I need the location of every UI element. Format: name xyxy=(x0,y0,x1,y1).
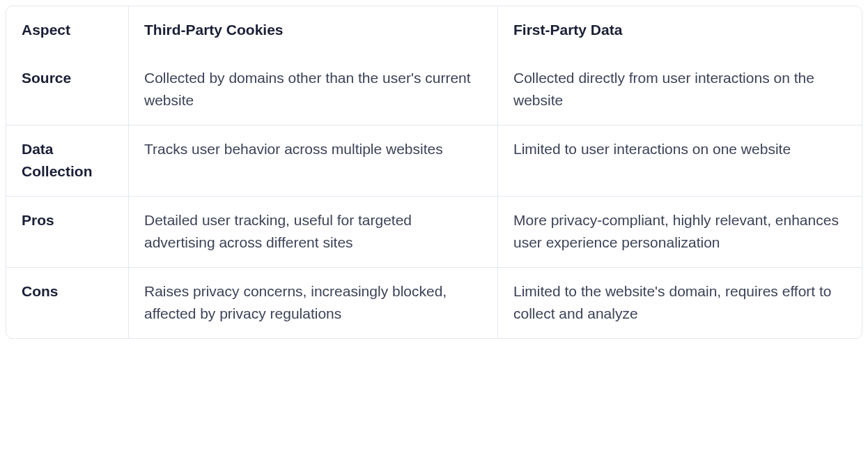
cell-third-party: Raises privacy concerns, increasingly bl… xyxy=(129,268,498,338)
row-aspect-label: Pros xyxy=(6,197,129,268)
cell-first-party: Limited to the website's domain, require… xyxy=(498,268,862,338)
row-aspect-label: Cons xyxy=(6,268,129,338)
cell-third-party: Detailed user tracking, useful for targe… xyxy=(129,197,498,268)
row-aspect-label: Data Collection xyxy=(6,125,129,197)
cell-first-party: More privacy-compliant, highly relevant,… xyxy=(498,197,862,268)
cell-third-party: Collected by domains other than the user… xyxy=(129,54,498,125)
table-row: Source Collected by domains other than t… xyxy=(6,54,862,125)
header-first-party: First-Party Data xyxy=(498,6,862,54)
table-row: Data Collection Tracks user behavior acr… xyxy=(6,125,862,197)
table-row: Pros Detailed user tracking, useful for … xyxy=(6,197,862,268)
row-aspect-label: Source xyxy=(6,54,129,125)
table-row: Cons Raises privacy concerns, increasing… xyxy=(6,268,862,338)
cell-first-party: Limited to user interactions on one webs… xyxy=(498,125,862,197)
cell-third-party: Tracks user behavior across multiple web… xyxy=(129,125,498,197)
cell-first-party: Collected directly from user interaction… xyxy=(498,54,862,125)
header-third-party: Third-Party Cookies xyxy=(129,6,498,54)
comparison-table: Aspect Third-Party Cookies First-Party D… xyxy=(6,6,862,339)
header-aspect: Aspect xyxy=(6,6,129,54)
table-header-row: Aspect Third-Party Cookies First-Party D… xyxy=(6,6,862,54)
